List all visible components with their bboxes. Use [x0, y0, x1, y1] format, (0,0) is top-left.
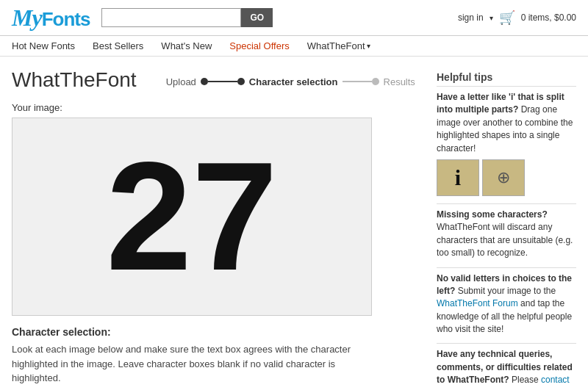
- left-panel: WhatTheFont Upload Character selection R…: [12, 68, 422, 390]
- whatthefont-dropdown-icon: ▾: [367, 42, 370, 50]
- nav-hot-new-fonts[interactable]: Hot New Fonts: [12, 40, 75, 51]
- tip-letter-i-icon: i: [455, 162, 461, 194]
- step-results-label: Results: [384, 76, 415, 87]
- navigation: Hot New Fonts Best Sellers What's New Sp…: [0, 36, 588, 57]
- header-right: sign in ▾ 🛒 0 items, $0.00: [458, 10, 576, 26]
- step-line-2: [343, 81, 372, 82]
- tip-img-letter: i: [437, 159, 479, 196]
- tip-images: i ⊕: [437, 159, 576, 196]
- nav-whats-new[interactable]: What's New: [161, 40, 212, 51]
- char-selection-title: Character selection:: [12, 326, 422, 338]
- crosshair-icon: ⊕: [497, 166, 510, 189]
- header-left: MyFonts GO: [12, 6, 273, 29]
- dropdown-arrow-icon: ▾: [490, 14, 493, 22]
- tip2-text: WhatTheFont will discard any characters …: [437, 222, 573, 258]
- step-char-label: Character selection: [249, 76, 338, 87]
- step-upload-label: Upload: [166, 76, 196, 87]
- search-input[interactable]: [101, 8, 241, 27]
- image-label: Your image:: [12, 102, 422, 113]
- cart-icon[interactable]: 🛒: [499, 10, 515, 26]
- search-button[interactable]: GO: [241, 8, 273, 27]
- nav-whatthefont[interactable]: WhatTheFont: [307, 40, 365, 51]
- tip4-text: Please: [512, 375, 541, 385]
- image-display: 27: [12, 118, 372, 316]
- header: MyFonts GO sign in ▾ 🛒 0 items, $0.00: [0, 0, 588, 36]
- cart-info: 0 items, $0.00: [521, 12, 576, 23]
- step-line-1: [208, 81, 237, 82]
- search-bar: GO: [101, 8, 273, 27]
- tip-technical: Have any technical queries, comments, or…: [437, 348, 576, 390]
- logo[interactable]: MyFonts: [12, 6, 90, 29]
- tip2-bold: Missing some characters?: [437, 209, 548, 220]
- tip-missing-chars: Missing some characters? WhatTheFont wil…: [437, 209, 576, 260]
- nav-special-offers[interactable]: Special Offers: [229, 40, 289, 51]
- sidebar: Helpful tips Have a letter like 'i' that…: [437, 68, 576, 390]
- tip-split-letter: Have a letter like 'i' that is split int…: [437, 91, 576, 196]
- step-upload-dot: [201, 78, 208, 85]
- steps-row: Upload Character selection Results: [166, 73, 415, 87]
- tip-divider-2: [437, 267, 576, 268]
- image-text: 27: [106, 140, 278, 294]
- tip-divider-3: [437, 343, 576, 344]
- nav-best-sellers[interactable]: Best Sellers: [93, 40, 143, 51]
- tip4-text3: .: [448, 388, 451, 390]
- tip-divider-1: [437, 203, 576, 204]
- tip-img-crosshair: ⊕: [482, 159, 525, 196]
- page-title: WhatTheFont: [12, 68, 137, 92]
- step-results-dot: [372, 78, 379, 85]
- step-char-dot: [237, 78, 245, 85]
- signin-link[interactable]: sign in: [458, 12, 484, 23]
- tip-no-valid-letters: No valid letters in choices to the left?…: [437, 272, 576, 336]
- main-content: WhatTheFont Upload Character selection R…: [0, 57, 588, 390]
- tip3-text: Submit your image to the: [458, 286, 556, 296]
- char-selection-desc: Look at each image below and make sure t…: [12, 342, 372, 386]
- helpful-tips-title: Helpful tips: [437, 71, 576, 87]
- whatthefont-forum-link[interactable]: WhatTheFont Forum: [437, 298, 518, 308]
